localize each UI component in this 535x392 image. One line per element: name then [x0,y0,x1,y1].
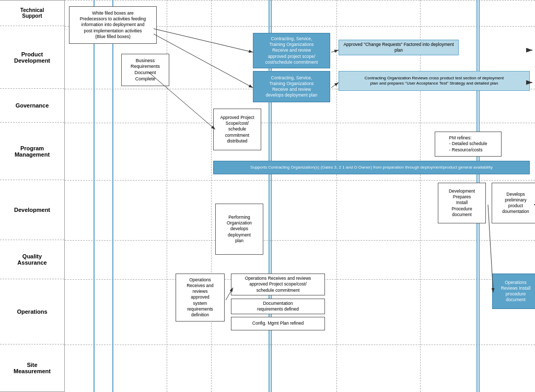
swimlane-product-development: ProductDevelopment [0,26,64,89]
swimlane-governance: Governance [0,89,64,123]
hline-5 [65,180,535,181]
vdash-3 [336,0,337,392]
swimlane-technical-support: TechnicalSupport [0,0,64,26]
approved-change-box: Approved "Change Requests" Factored into… [339,40,459,55]
svg-line-4 [331,50,339,52]
vdash-4 [420,0,421,392]
operations-reviews-box: OperationsReviews Installproceduredocume… [492,274,535,309]
swimlane-program-management: ProgramManagement [0,123,64,180]
approved-project-scope-box: Approved ProjectScope/cost/schedulecommi… [213,109,261,150]
contracting-org-reviews-box: Contracting Organization Reviews cross p… [339,71,530,91]
contracting-scope-box: Contracting, Service,Training Organizati… [253,33,330,68]
diagram: TechnicalSupport ProductDevelopment Gove… [0,0,535,392]
vblue-1 [94,0,95,392]
operations-receives-1-box: OperationsReceives andreviewsapprovedsys… [176,274,225,322]
operations-receives-2-box: Operations Receives and reviewsapproved … [231,274,325,295]
doc-req-box: Documentationrequirements defined [231,299,325,314]
swimlane-development: Development [0,180,64,240]
pm-refines-box: PM refines:- Detailed schedule- Resource… [435,132,502,157]
vdash-2 [211,0,212,392]
swimlane-operations: Operations [0,279,64,345]
svg-line-2 [154,29,253,52]
hline-8 [65,345,535,345]
swimlane-site-measurement: SiteMeasurement [0,345,64,392]
main-area: White filed boxes arePredecessors to act… [65,0,535,392]
hline-6 [65,240,535,241]
dev-prepares-box: DevelopmentPreparesInstallProceduredocum… [438,183,486,223]
config-mgmt-box: Config. Mgmt Plan refined [231,317,325,330]
hline-1 [65,0,535,1]
svg-line-5 [331,82,339,88]
business-req-box: BusinessRequirementsDocumentComplete [121,54,169,86]
performing-org-box: PerformingOrganizationdevelopsdeployment… [215,204,263,255]
vblue-2 [112,0,113,392]
contracting-service-2-box: Contracting, Service,Training Organizati… [253,71,330,102]
develops-prelim-box: Developspreliminaryproductdoumentation [492,183,535,223]
swimlane-quality-assurance: QualityAssurance [0,240,64,279]
supports-contracting-box: Supports Contracting Organization(s) (Ga… [213,161,530,174]
white-note-box: White filed boxes arePredecessors to act… [69,6,157,44]
hline-4 [65,123,535,123]
swim-labels: TechnicalSupport ProductDevelopment Gove… [0,0,65,392]
